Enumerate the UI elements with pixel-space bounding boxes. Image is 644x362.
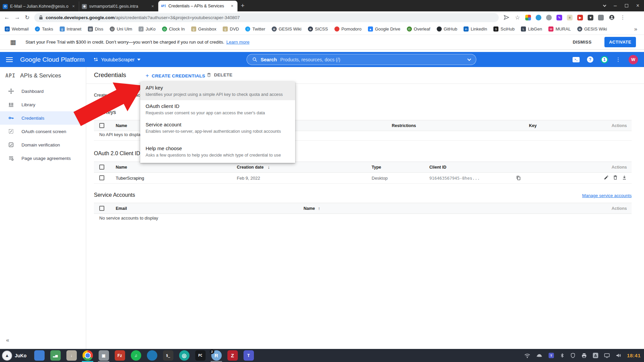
sidebar-item-domain-verification[interactable]: Domain verification <box>0 138 86 152</box>
printer-icon[interactable] <box>581 352 587 359</box>
bookmark-scihub[interactable]: SSciHub <box>493 26 515 32</box>
taskbar-launcher[interactable]: ▲ JuKo <box>2 351 26 361</box>
close-button[interactable]: × <box>636 3 639 9</box>
header-more-icon[interactable]: ⋮ <box>615 56 621 63</box>
tray-chat-app-icon[interactable] <box>536 353 543 359</box>
taskbar-app-store[interactable]: ↓ <box>63 349 79 362</box>
bookmark-github[interactable]: GitHub <box>437 26 457 32</box>
sidebar-item-page-usage[interactable]: Page usage agreements <box>0 152 86 165</box>
tab-search-chevron-icon[interactable] <box>603 4 606 7</box>
edit-icon[interactable] <box>604 175 609 180</box>
menu-item-service-account[interactable]: Service account Enables server-to-server… <box>140 119 295 137</box>
delete-button[interactable]: DELETE <box>207 72 232 77</box>
extension-puzzle-icon[interactable] <box>598 15 604 20</box>
bookmark-mural[interactable]: MMURAL <box>548 26 571 32</box>
bookmark-gesis-wiki-2[interactable]: ⊕GESIS Wiki <box>577 26 607 32</box>
bookmark-sicss[interactable]: ⊕SICSS <box>308 26 328 32</box>
bookmark-google-drive[interactable]: ▲Google Drive <box>368 26 400 32</box>
extension-blue-icon[interactable] <box>536 15 541 20</box>
bluetooth-icon[interactable] <box>559 352 565 359</box>
forward-icon[interactable]: → <box>14 14 20 21</box>
reload-icon[interactable]: ↻ <box>25 14 30 21</box>
create-credentials-button[interactable]: + CREATE CREDENTIALS <box>146 72 205 79</box>
sidebar-item-oauth-consent[interactable]: OAuth consent screen <box>0 125 86 138</box>
bookmark-intranet[interactable]: gIntranet <box>60 26 82 32</box>
learn-more-link[interactable]: Learn more <box>226 40 250 45</box>
bookmark-star-icon[interactable]: ☆ <box>514 14 521 21</box>
taskbar-app-archive[interactable]: ▣ <box>96 349 112 362</box>
extension-grid-icon[interactable] <box>525 15 531 20</box>
maximize-button[interactable] <box>625 4 628 7</box>
taskbar-app-rstudio[interactable]: R2 <box>208 349 224 362</box>
display-icon[interactable] <box>604 352 610 359</box>
bookmark-linkedin[interactable]: inLinkedIn <box>464 26 487 32</box>
project-selector[interactable]: YoutubeScraper <box>93 57 141 62</box>
bookmark-pomodoro[interactable]: Pomodoro <box>334 26 362 32</box>
taskbar-clock[interactable]: 18:41 <box>627 353 641 358</box>
browser-menu-icon[interactable]: ⋮ <box>620 14 626 21</box>
manage-service-accounts-link[interactable]: Manage service accounts <box>582 193 632 198</box>
taskbar-app-spotify[interactable]: ♫ <box>128 349 144 362</box>
wifi-icon[interactable] <box>524 352 531 359</box>
tab-credentials-active[interactable]: API Credentials – APIs & Services × <box>158 1 237 11</box>
row-checkbox[interactable] <box>99 175 104 180</box>
bookmark-overleaf[interactable]: OOverleaf <box>407 26 430 32</box>
taskbar-app-pycharm[interactable]: PC <box>192 349 208 362</box>
global-search-input[interactable]: Search Products, resources, docs (/) <box>247 54 476 65</box>
search-expand-chevron-icon[interactable] <box>467 57 471 61</box>
bookmark-twitter[interactable]: tTwitter <box>245 26 265 32</box>
eject-disk-icon[interactable] <box>592 352 599 359</box>
select-all-checkbox[interactable] <box>99 165 104 170</box>
bookmark-gesis-wiki[interactable]: ⊕GESIS Wiki <box>272 26 302 32</box>
select-all-checkbox[interactable] <box>99 206 104 211</box>
cloud-shell-icon[interactable]: >_ <box>573 57 580 62</box>
tab-svmamportal[interactable]: ⊕ svmamportal01.gesis.intra × <box>79 1 158 11</box>
sidebar-item-dashboard[interactable]: Dashboard <box>0 84 86 98</box>
menu-item-oauth-client-id[interactable]: OAuth client ID Requests user consent so… <box>140 100 295 119</box>
extension-filter-icon[interactable]: ▼ <box>588 15 593 20</box>
oauth-client-row[interactable]: TuberScraping Feb 9, 2022 Desktop 916463… <box>94 173 632 184</box>
bookmark-uni-ulm[interactable]: UUni Ulm <box>110 26 132 32</box>
extension-notes-icon[interactable]: ≡ <box>567 15 573 20</box>
tab-close-icon[interactable]: × <box>229 3 235 9</box>
extension-gray-icon[interactable] <box>546 15 552 20</box>
taskbar-app-teams[interactable]: T <box>240 349 257 362</box>
taskbar-app-zotero[interactable]: Z <box>224 349 240 362</box>
download-icon[interactable] <box>622 175 627 180</box>
select-all-checkbox[interactable] <box>99 123 104 128</box>
column-name[interactable]: Name <box>304 206 315 211</box>
sidebar-item-credentials[interactable]: Credentials <box>0 111 86 125</box>
dismiss-button[interactable]: DISMISS <box>573 40 591 45</box>
tab-close-icon[interactable]: × <box>150 4 155 9</box>
bookmark-tasks[interactable]: ✓Tasks <box>35 26 53 32</box>
bookmark-webmail[interactable]: OWebmail <box>5 26 29 32</box>
menu-item-api-key[interactable]: API key Identifies your project using a … <box>140 82 295 100</box>
tray-teams-icon[interactable]: T <box>548 352 554 359</box>
taskbar-app-chrome[interactable] <box>79 349 96 362</box>
activate-button[interactable]: ACTIVATE <box>604 37 636 47</box>
extension-shield-icon[interactable]: ▶ <box>577 15 583 20</box>
bookmark-diss[interactable]: ▤Diss <box>88 26 103 32</box>
taskbar-app-network[interactable]: ◎ <box>176 349 192 362</box>
shield-icon[interactable] <box>570 352 576 359</box>
bookmark-dvd[interactable]: gDVD <box>223 26 239 32</box>
minimize-button[interactable]: – <box>614 3 617 9</box>
menu-item-help-me-choose[interactable]: Help me choose Asks a few questions to h… <box>140 142 295 161</box>
extension-pen-icon[interactable]: ✎ <box>556 15 562 20</box>
volume-icon[interactable] <box>615 352 622 359</box>
profile-avatar-icon[interactable] <box>608 14 615 21</box>
send-icon[interactable] <box>503 14 509 20</box>
back-icon[interactable]: ← <box>4 14 10 21</box>
hamburger-menu-icon[interactable] <box>6 57 13 62</box>
bookmark-juko[interactable]: JJuKo <box>139 26 156 32</box>
notifications-badge[interactable]: 1 <box>601 56 608 63</box>
sidebar-collapse-icon[interactable]: « <box>6 337 9 344</box>
copy-icon[interactable] <box>516 175 521 181</box>
bookmark-clock-in[interactable]: ◷Clock In <box>162 26 185 32</box>
column-creation-date[interactable]: Creation date <box>237 165 264 170</box>
taskbar-app-chat[interactable] <box>144 349 160 362</box>
bookmarks-overflow-icon[interactable]: » <box>634 26 639 33</box>
bookmark-libgen[interactable]: LLibGen <box>521 26 542 32</box>
taskbar-app-filezilla[interactable]: Fz <box>112 349 128 362</box>
help-icon[interactable]: ? <box>587 56 593 63</box>
